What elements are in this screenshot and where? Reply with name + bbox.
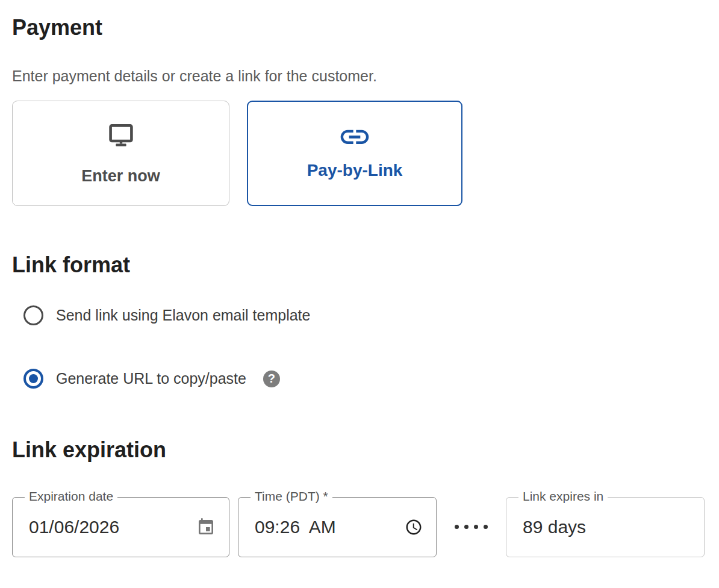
radio-option-email-template[interactable]: Send link using Elavon email template	[23, 305, 705, 325]
link-expires-in-label: Link expires in	[518, 489, 608, 504]
calendar-icon[interactable]	[196, 518, 216, 537]
page-title: Payment	[12, 14, 705, 40]
expiration-date-field[interactable]: Expiration date 01/06/2026	[12, 497, 229, 557]
link-format-heading: Link format	[12, 252, 705, 278]
pay-by-link-card[interactable]: Pay-by-Link	[247, 101, 462, 206]
pay-by-link-label: Pay-by-Link	[307, 161, 403, 180]
monitor-icon	[106, 121, 136, 152]
time-label: Time (PDT) *	[251, 489, 332, 504]
link-expiration-fields: Expiration date 01/06/2026 Time (PDT) * …	[12, 497, 705, 557]
help-icon[interactable]: ?	[263, 371, 280, 387]
payment-method-cards: Enter now Pay-by-Link	[12, 101, 705, 206]
radio-unselected-icon[interactable]	[23, 305, 43, 325]
link-expiration-heading: Link expiration	[12, 437, 705, 463]
enter-now-label: Enter now	[81, 167, 160, 186]
link-expires-in-value: 89 days	[523, 517, 586, 537]
enter-now-card[interactable]: Enter now	[12, 101, 229, 206]
expiration-date-label: Expiration date	[25, 489, 117, 504]
link-icon	[338, 127, 372, 146]
time-value[interactable]: 09:26 AM	[255, 517, 336, 537]
radio-option-generate-url[interactable]: Generate URL to copy/paste ?	[23, 369, 705, 389]
time-field[interactable]: Time (PDT) * 09:26 AM	[238, 497, 437, 557]
link-expires-in-field: Link expires in 89 days	[506, 497, 705, 557]
payment-page: Payment Enter payment details or create …	[0, 0, 719, 557]
clock-icon[interactable]	[405, 518, 423, 536]
page-subtitle: Enter payment details or create a link f…	[12, 67, 705, 85]
radio-label-email-template: Send link using Elavon email template	[56, 307, 310, 324]
radio-label-generate-url: Generate URL to copy/paste	[56, 370, 246, 387]
expiration-date-value[interactable]: 01/06/2026	[29, 517, 119, 537]
radio-selected-icon[interactable]	[23, 369, 43, 389]
ellipsis-dots-separator	[437, 497, 506, 557]
